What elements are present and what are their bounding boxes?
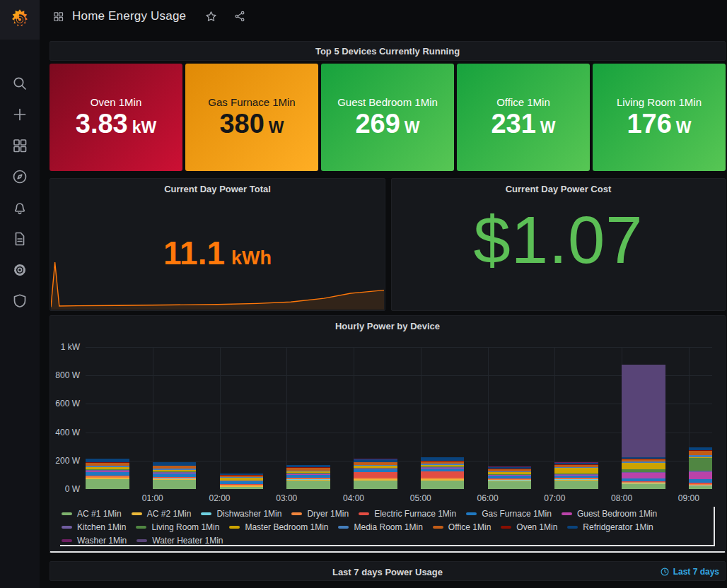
power-cost-value: $1.07 [392,207,725,274]
bar-stack-00:00[interactable] [86,459,129,489]
apps-grid-icon[interactable] [52,11,64,23]
panel-current-day-power-total: Current Day Power Total 11.1kWh [50,178,385,311]
bar-segment [354,481,397,489]
legend-swatch [433,526,443,529]
legend-item-ac-1-1min[interactable]: AC #1 1Min [62,509,122,519]
legend-item-gas-furnace-1min[interactable]: Gas Furnace 1Min [466,509,552,519]
panel-title-power-total[interactable]: Current Day Power Total [50,179,385,199]
stat-tile-value: 3.83kW [76,110,156,139]
legend-swatch [62,512,72,515]
panel-title-last7[interactable]: Last 7 days Power Usage [50,562,725,582]
bar-stack-05:00[interactable] [421,457,465,489]
legend-label: Electric Furnace 1Min [374,509,456,519]
chart-legend: AC #1 1MinAC #2 1MinDishwasher 1MinDryer… [60,507,715,546]
stat-tile-value: 176W [627,110,691,139]
h-gridline [86,347,712,348]
explore-icon[interactable] [11,168,28,185]
bar-stack-04:00[interactable] [354,459,397,489]
panel-time-range-link[interactable]: Last 7 days [660,562,719,582]
legend-label: Dishwasher 1Min [216,509,281,519]
plus-icon[interactable] [11,106,28,123]
x-tick-label: 06:00 [477,493,499,503]
legend-swatch [201,512,211,515]
legend-item-guest-bedroom-1min[interactable]: Guest Bedroom 1Min [562,509,657,519]
x-tick-label: 08:00 [611,493,632,503]
legend-item-office-1min[interactable]: Office 1Min [433,522,491,532]
legend-swatch [62,539,72,542]
dashboards-icon[interactable] [11,137,28,154]
legend-swatch [359,512,369,515]
power-total-sparkline [51,259,384,310]
bar-segment [488,481,532,489]
search-icon[interactable] [11,75,28,92]
bar-stack-03:00[interactable] [286,465,330,489]
legend-label: Kitchen 1Min [77,522,126,532]
share-icon[interactable] [233,10,246,23]
bar-stack-02:00[interactable] [220,474,264,489]
legend-label: AC #2 1Min [147,509,192,519]
legend-swatch [562,512,572,515]
bar-segment [220,487,264,489]
y-tick-label: 1 kW [50,342,80,352]
bar-segment [689,472,712,479]
topbar: Home Energy Usage [40,0,727,33]
bar-stack-08:00[interactable] [622,365,665,489]
stat-tile-value: 231W [491,110,555,139]
legend-label: Dryer 1Min [307,509,349,519]
bar-chart-plot[interactable] [86,347,712,489]
bar-segment [622,463,665,469]
legend-item-electric-furnace-1min[interactable]: Electric Furnace 1Min [359,509,456,519]
legend-label: Media Room 1Min [354,522,422,532]
grafana-logo[interactable] [0,0,40,40]
bar-stack-06:00[interactable] [488,466,532,489]
panel-title-power-cost[interactable]: Current Day Power Cost [392,179,725,199]
bar-segment [354,472,397,478]
dashboard-title[interactable]: Home Energy Usage [72,9,186,23]
legend-item-master-bedroom-1min[interactable]: Master Bedroom 1Min [229,522,328,532]
y-axis: 0 W200 W400 W600 W800 W1 kW [50,347,80,489]
bar-stack-07:00[interactable] [554,462,598,489]
bar-stack-09:00[interactable] [689,447,712,489]
document-icon[interactable] [11,230,28,247]
settings-icon[interactable] [11,261,28,278]
stat-tile-label: Oven 1Min [91,96,142,108]
legend-item-kitchen-1min[interactable]: Kitchen 1Min [62,522,126,532]
bar-stack-01:00[interactable] [153,462,197,489]
bar-segment [421,471,465,478]
legend-swatch [229,526,240,529]
legend-label: Washer 1Min [77,536,127,546]
shield-icon[interactable] [11,293,28,310]
x-tick-label: 03:00 [276,493,297,503]
legend-item-living-room-1min[interactable]: Living Room 1Min [136,522,219,532]
bar-segment [86,479,129,489]
panel-title-hourly[interactable]: Hourly Power by Device [50,316,725,336]
legend-swatch [291,512,302,515]
y-tick-label: 400 W [50,428,80,437]
legend-label: Office 1Min [448,522,491,532]
stat-tile-value: 380W [219,110,284,139]
y-tick-label: 600 W [50,399,80,408]
y-tick-label: 0 W [50,484,80,494]
legend-swatch [136,526,146,529]
sidebar [0,0,40,588]
legend-item-dryer-1min[interactable]: Dryer 1Min [291,509,349,519]
star-icon[interactable] [204,10,218,23]
legend-item-oven-1min[interactable]: Oven 1Min [501,522,557,532]
legend-item-dishwasher-1min[interactable]: Dishwasher 1Min [201,509,281,519]
legend-swatch [132,512,142,515]
x-tick-label: 07:00 [544,493,565,503]
h-gridline [86,404,712,404]
legend-item-refridgerator-1min[interactable]: Refridgerator 1Min [567,522,653,532]
stat-tile-2: Gas Furnace 1Min380W [185,64,318,171]
legend-item-washer-1min[interactable]: Washer 1Min [62,536,127,546]
panel-title-top5-devices[interactable]: Top 5 Devices Currently Running [50,41,726,61]
alerting-icon[interactable] [11,199,28,216]
stat-tile-label: Office 1Min [496,96,550,108]
legend-item-water-heater-1min[interactable]: Water Heater 1Min [136,536,223,546]
top5-tiles: Oven 1Min3.83kWGas Furnace 1Min380WGuest… [50,64,726,171]
legend-item-ac-2-1min[interactable]: AC #2 1Min [132,509,192,519]
x-tick-label: 09:00 [678,493,699,503]
panel-title-text: Top 5 Devices Currently Running [315,46,460,57]
x-tick-label: 02:00 [209,493,231,503]
legend-item-media-room-1min[interactable]: Media Room 1Min [338,522,422,532]
